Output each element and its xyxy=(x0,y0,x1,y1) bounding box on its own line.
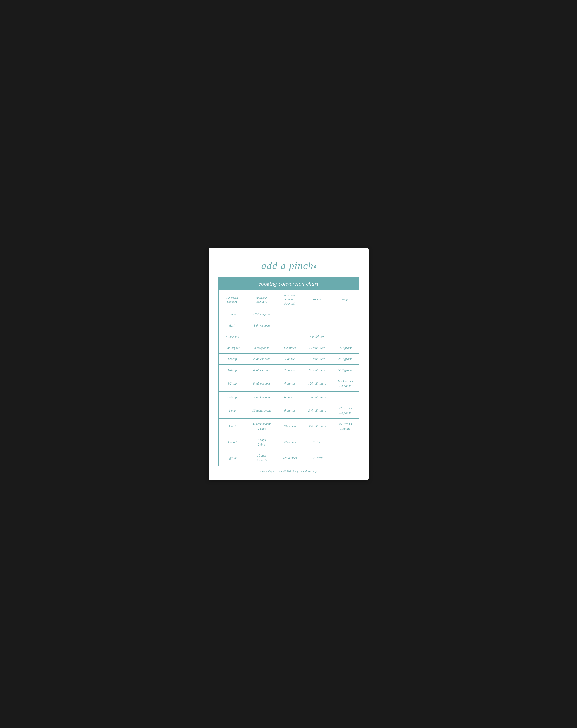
cell-r6-c2: 4 ounces xyxy=(277,376,302,392)
cell-r9-c3: 500 milliliters xyxy=(302,419,332,434)
cell-r1-c2 xyxy=(277,320,302,331)
header-col-1: AmericanStandard xyxy=(219,290,246,309)
table-row: 1 pint32 tablespoons2 cups16 ounces500 m… xyxy=(219,419,359,434)
table-row: 1/8 cup2 tablespoons1 ounce30 milliliter… xyxy=(219,354,359,365)
cell-r8-c3: 240 milliliters xyxy=(302,403,332,419)
cell-r1-c4 xyxy=(332,320,359,331)
cell-r4-c4: 28.3 grams xyxy=(332,354,359,365)
footer-text: www.addapinch.com ©2014 • for personal u… xyxy=(260,470,317,473)
cell-r8-c4: 225 grams1/2 pound xyxy=(332,403,359,419)
cell-r3-c4: 14.3 grams xyxy=(332,342,359,354)
cell-r3-c1: 3 teaspoons xyxy=(246,342,277,354)
cell-r4-c3: 30 milliliters xyxy=(302,354,332,365)
cell-r1-c0: dash xyxy=(219,320,246,331)
logo-text: add a pinch xyxy=(261,260,316,271)
cell-r11-c2: 128 ounces xyxy=(277,450,302,466)
cell-r0-c4 xyxy=(332,309,359,320)
table-row: 1 gallon16 cups4 quarts128 ounces3.79 li… xyxy=(219,450,359,466)
header-row: AmericanStandard AmericanStandard Americ… xyxy=(219,290,359,309)
table-row: dash1/8 teaspoon xyxy=(219,320,359,331)
cell-r9-c2: 16 ounces xyxy=(277,419,302,434)
page-container: add a pinch cooking conversion chart Ame… xyxy=(208,248,369,480)
table-row: 1 tablespoon3 teaspoons1/2 ounce15 milli… xyxy=(219,342,359,354)
cell-r0-c2 xyxy=(277,309,302,320)
header-col-3: AmericanStandard(Ounces) xyxy=(277,290,302,309)
cell-r9-c1: 32 tablespoons2 cups xyxy=(246,419,277,434)
table-row: 1 cup16 tablespoons8 ounces240 millilite… xyxy=(219,403,359,419)
cell-r11-c0: 1 gallon xyxy=(219,450,246,466)
table-row: pinch1/16 teaspoon xyxy=(219,309,359,320)
cell-r10-c0: 1 quart xyxy=(219,434,246,450)
cell-r2-c4 xyxy=(332,331,359,342)
cell-r6-c4: 113.4 grams1/4 pound xyxy=(332,376,359,392)
header-col-2: AmericanStandard xyxy=(246,290,277,309)
cell-r8-c2: 8 ounces xyxy=(277,403,302,419)
cell-r11-c3: 3.79 liters xyxy=(302,450,332,466)
cell-r7-c0: 3/4 cup xyxy=(219,392,246,403)
cell-r6-c0: 1/2 cup xyxy=(219,376,246,392)
cell-r11-c4 xyxy=(332,450,359,466)
cell-r2-c1 xyxy=(246,331,277,342)
logo-dot-icon xyxy=(314,266,316,268)
table-row: 3/4 cup12 tablespoons6 ounces180 millili… xyxy=(219,392,359,403)
cell-r3-c2: 1/2 ounce xyxy=(277,342,302,354)
cell-r10-c3: .95 liter xyxy=(302,434,332,450)
cell-r6-c1: 8 tablespoons xyxy=(246,376,277,392)
cell-r2-c2 xyxy=(277,331,302,342)
cell-r0-c1: 1/16 teaspoon xyxy=(246,309,277,320)
cell-r1-c3 xyxy=(302,320,332,331)
cell-r2-c0: 1 teaspoon xyxy=(219,331,246,342)
cell-r0-c0: pinch xyxy=(219,309,246,320)
chart-title: cooking conversion chart xyxy=(219,278,359,290)
cell-r5-c1: 4 tablespoons xyxy=(246,365,277,376)
cell-r5-c2: 2 ounces xyxy=(277,365,302,376)
cell-r7-c2: 6 ounces xyxy=(277,392,302,403)
chart-title-row: cooking conversion chart xyxy=(219,278,359,290)
header-col-4: Volume xyxy=(302,290,332,309)
cell-r11-c1: 16 cups4 quarts xyxy=(246,450,277,466)
header-col-5: Weight xyxy=(332,290,359,309)
cell-r7-c4 xyxy=(332,392,359,403)
cell-r4-c0: 1/8 cup xyxy=(219,354,246,365)
footer-area: www.addapinch.com ©2014 • for personal u… xyxy=(218,466,359,474)
cell-r10-c4 xyxy=(332,434,359,450)
logo-area: add a pinch xyxy=(218,256,359,277)
cell-r6-c3: 120 milliliters xyxy=(302,376,332,392)
table-row: 1/4 cup4 tablespoons2 ounces60 millilite… xyxy=(219,365,359,376)
cell-r7-c1: 12 tablespoons xyxy=(246,392,277,403)
cell-r5-c0: 1/4 cup xyxy=(219,365,246,376)
table-row: 1 teaspoon5 milliliters xyxy=(219,331,359,342)
conversion-table: cooking conversion chart AmericanStandar… xyxy=(218,277,359,466)
cell-r3-c3: 15 milliliters xyxy=(302,342,332,354)
table-row: 1/2 cup8 tablespoons4 ounces120 millilit… xyxy=(219,376,359,392)
cell-r5-c4: 56.7 grams xyxy=(332,365,359,376)
cell-r5-c3: 60 milliliters xyxy=(302,365,332,376)
cell-r9-c0: 1 pint xyxy=(219,419,246,434)
cell-r2-c3: 5 milliliters xyxy=(302,331,332,342)
cell-r10-c2: 32 ounces xyxy=(277,434,302,450)
cell-r10-c1: 4 cups2pints xyxy=(246,434,277,450)
cell-r8-c1: 16 tablespoons xyxy=(246,403,277,419)
cell-r8-c0: 1 cup xyxy=(219,403,246,419)
cell-r1-c1: 1/8 teaspoon xyxy=(246,320,277,331)
cell-r9-c4: 450 grams1 pound xyxy=(332,419,359,434)
cell-r4-c2: 1 ounce xyxy=(277,354,302,365)
cell-r7-c3: 180 milliliters xyxy=(302,392,332,403)
cell-r4-c1: 2 tablespoons xyxy=(246,354,277,365)
table-row: 1 quart4 cups2pints32 ounces.95 liter xyxy=(219,434,359,450)
cell-r3-c0: 1 tablespoon xyxy=(219,342,246,354)
cell-r0-c3 xyxy=(302,309,332,320)
